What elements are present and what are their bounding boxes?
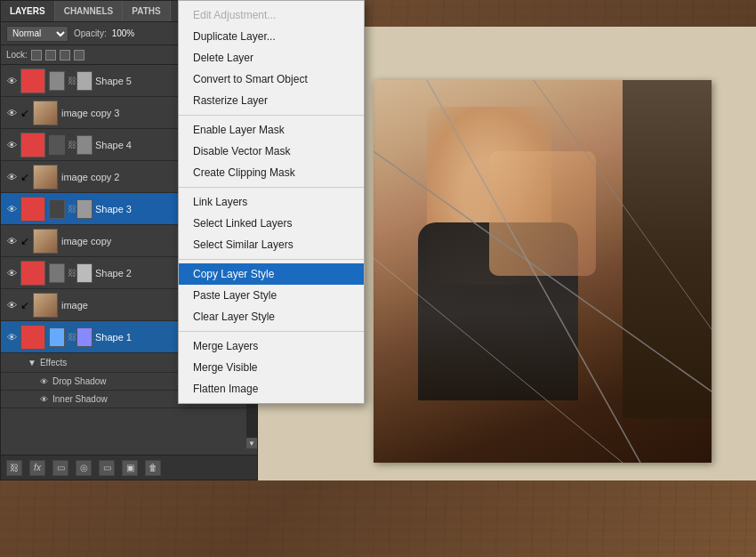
fx-button[interactable]: fx — [29, 460, 45, 476]
layer-mask-thumb — [49, 135, 65, 155]
photo-content — [374, 80, 712, 463]
delete-layer-button[interactable]: 🗑 — [145, 460, 161, 476]
menu-item-convert-smart[interactable]: Convert to Smart Object — [179, 69, 364, 90]
tab-paths[interactable]: PATHS — [123, 1, 170, 21]
chain-icon: ⛓ — [68, 140, 76, 149]
menu-item-copy-style[interactable]: Copy Layer Style — [179, 263, 364, 285]
add-mask-button[interactable]: ▭ — [52, 460, 68, 476]
svg-line-1 — [427, 80, 640, 463]
effects-label: Effects — [40, 358, 67, 367]
layer-thumbnail — [33, 165, 58, 190]
menu-item-flatten-image[interactable]: Flatten Image — [179, 378, 364, 400]
layer-indent: ↙ — [20, 171, 33, 183]
menu-separator — [179, 259, 364, 260]
context-menu: Edit Adjustment... Duplicate Layer... De… — [178, 0, 365, 404]
visibility-icon[interactable]: 👁 — [4, 266, 19, 280]
layer-indent: ↙ — [20, 235, 33, 247]
chain-icon: ⛓ — [68, 204, 76, 214]
svg-line-0 — [374, 151, 712, 392]
visibility-icon[interactable]: 👁 — [4, 234, 19, 248]
layer-thumbnail — [33, 293, 58, 318]
layer-thumbnail — [33, 229, 58, 254]
scroll-down-arrow[interactable]: ▼ — [246, 438, 257, 448]
layer-style-thumb — [76, 135, 92, 155]
layer-indent: ↙ — [20, 107, 33, 119]
layer-mask-thumb — [49, 327, 65, 347]
effect-visibility-icon[interactable]: 👁 — [36, 392, 51, 407]
menu-separator — [179, 115, 364, 116]
opacity-value: 100% — [112, 28, 135, 38]
layer-thumbnail — [20, 261, 45, 286]
svg-line-3 — [374, 258, 623, 463]
visibility-icon[interactable]: 👁 — [4, 202, 19, 216]
blend-mode-select[interactable]: Normal — [6, 26, 68, 42]
chain-icon: ⛓ — [68, 332, 76, 342]
menu-item-rasterize[interactable]: Rasterize Layer — [179, 90, 364, 111]
menu-separator — [179, 331, 364, 332]
visibility-icon[interactable]: 👁 — [4, 298, 19, 312]
menu-item-create-clipping[interactable]: Create Clipping Mask — [179, 162, 364, 183]
layer-style-thumb — [76, 71, 92, 91]
layer-style-thumb — [76, 327, 92, 347]
effect-visibility-icon[interactable]: 👁 — [36, 375, 51, 389]
panel-footer: ⛓ fx ▭ ◎ ▭ ▣ 🗑 — [1, 455, 257, 480]
photo-frame — [374, 80, 712, 463]
layer-thumbnail — [20, 133, 45, 157]
chain-icon: ⛓ — [68, 268, 76, 278]
menu-item-disable-vector[interactable]: Disable Vector Mask — [179, 141, 364, 162]
tab-channels[interactable]: CHANNELS — [55, 1, 124, 21]
layer-mask-thumb — [49, 263, 65, 283]
menu-item-clear-style[interactable]: Clear Layer Style — [179, 306, 364, 327]
menu-item-merge-visible[interactable]: Merge Visible — [179, 357, 364, 378]
layer-style-thumb — [76, 263, 92, 283]
menu-item-paste-style[interactable]: Paste Layer Style — [179, 285, 364, 306]
visibility-icon[interactable]: 👁 — [4, 74, 19, 88]
lock-all-icon[interactable] — [74, 50, 84, 61]
group-button[interactable]: ▭ — [99, 460, 115, 476]
layer-thumbnail — [33, 101, 58, 125]
layer-indent: ↙ — [20, 299, 33, 311]
lock-image-icon[interactable] — [45, 50, 56, 61]
visibility-icon[interactable]: 👁 — [4, 170, 19, 184]
layer-thumbnail — [20, 197, 45, 222]
menu-item-delete-layer[interactable]: Delete Layer — [179, 47, 364, 69]
layer-mask-thumb — [49, 199, 65, 219]
chain-icon: ⛓ — [68, 76, 76, 85]
layer-thumbnail — [20, 69, 45, 93]
menu-separator — [179, 187, 364, 188]
menu-item-merge-layers[interactable]: Merge Layers — [179, 335, 364, 357]
visibility-icon[interactable]: 👁 — [4, 330, 19, 344]
effect-label: Drop Shadow — [52, 376, 107, 386]
menu-item-duplicate-layer[interactable]: Duplicate Layer... — [179, 26, 364, 47]
link-layers-button[interactable]: ⛓ — [6, 460, 22, 476]
lock-transparent-icon[interactable] — [31, 50, 42, 61]
lock-label: Lock: — [6, 50, 28, 60]
menu-item-select-linked[interactable]: Select Linked Layers — [179, 213, 364, 234]
layer-style-thumb — [76, 199, 92, 219]
layer-thumbnail — [20, 325, 45, 350]
effect-label: Inner Shadow — [52, 394, 108, 404]
layer-mask-thumb — [49, 71, 65, 91]
opacity-label: Opacity: — [74, 28, 107, 38]
visibility-icon[interactable]: 👁 — [4, 138, 19, 152]
menu-item-enable-mask[interactable]: Enable Layer Mask — [179, 119, 364, 141]
svg-line-2 — [534, 80, 712, 329]
lock-position-icon[interactable] — [60, 50, 70, 61]
tab-layers[interactable]: LAYERS — [1, 1, 55, 21]
adjustment-button[interactable]: ◎ — [76, 460, 92, 476]
visibility-icon[interactable]: 👁 — [4, 106, 19, 120]
new-layer-button[interactable]: ▣ — [122, 460, 138, 476]
menu-item-link-layers[interactable]: Link Layers — [179, 191, 364, 213]
menu-item-edit-adjustment: Edit Adjustment... — [179, 4, 364, 26]
menu-item-select-similar[interactable]: Select Similar Layers — [179, 234, 364, 255]
